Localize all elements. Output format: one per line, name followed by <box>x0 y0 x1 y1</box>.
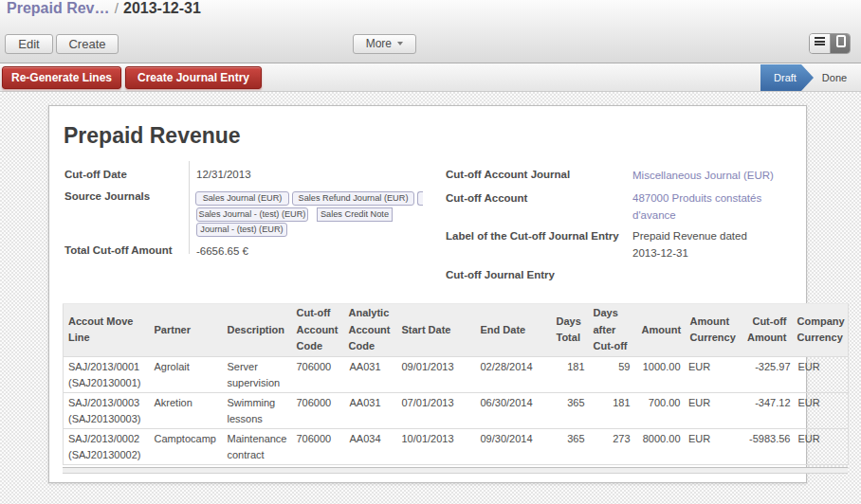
svg-text:Draft: Draft <box>774 72 797 83</box>
